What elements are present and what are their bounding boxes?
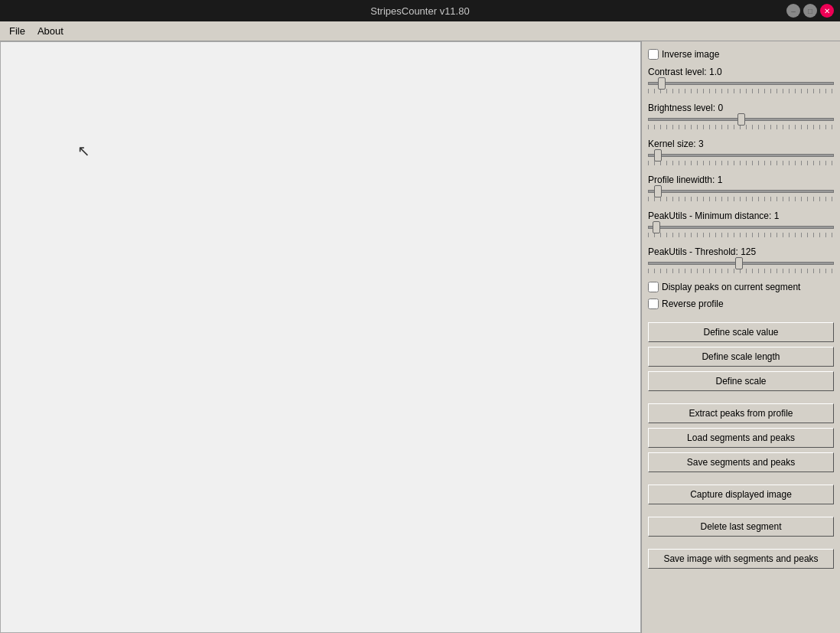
profile-linewidth-label: Profile linewidth: 1 bbox=[648, 175, 834, 185]
reverse-profile-label: Reverse profile bbox=[662, 299, 724, 309]
inverse-image-label: Inverse image bbox=[662, 49, 719, 60]
divider-5 bbox=[648, 540, 834, 545]
maximize-button[interactable]: □ bbox=[803, 4, 817, 18]
inverse-image-row: Inverse image bbox=[648, 49, 834, 60]
delete-last-segment-button[interactable]: Delete last segment bbox=[648, 517, 834, 537]
close-button[interactable]: ✕ bbox=[820, 4, 834, 18]
profile-linewidth-slider[interactable] bbox=[648, 186, 834, 197]
define-scale-length-button[interactable]: Define scale length bbox=[648, 347, 834, 367]
contrast-container: Contrast level: 1.0 bbox=[648, 64, 834, 96]
app-title: StripesCounter v11.80 bbox=[370, 5, 469, 17]
peakutils-mindist-label: PeakUtils - Minimum distance: 1 bbox=[648, 210, 834, 221]
main-layout: ↖ Inverse image Contrast level: 1.0 Brig… bbox=[0, 41, 840, 633]
profile-linewidth-container: Profile linewidth: 1 bbox=[648, 172, 834, 204]
contrast-ticks bbox=[648, 89, 834, 93]
peakutils-threshold-slider[interactable] bbox=[648, 258, 834, 269]
cursor-icon: ↖ bbox=[77, 142, 90, 160]
capture-image-button[interactable]: Capture displayed image bbox=[648, 485, 834, 504]
define-scale-value-button[interactable]: Define scale value bbox=[648, 322, 834, 342]
kernel-container: Kernel size: 3 bbox=[648, 136, 834, 168]
menu-about[interactable]: About bbox=[31, 24, 70, 38]
divider-1 bbox=[648, 314, 834, 318]
save-segments-button[interactable]: Save segments and peaks bbox=[648, 452, 834, 472]
minimize-button[interactable]: – bbox=[786, 4, 800, 18]
brightness-slider[interactable] bbox=[648, 114, 834, 125]
kernel-slider[interactable] bbox=[648, 150, 834, 161]
peakutils-threshold-container: PeakUtils - Threshold: 125 bbox=[648, 244, 834, 276]
inverse-image-checkbox[interactable] bbox=[648, 49, 659, 60]
window-controls: – □ ✕ bbox=[786, 4, 834, 18]
save-image-segments-button[interactable]: Save image with segments and peaks bbox=[648, 549, 834, 569]
kernel-ticks bbox=[648, 161, 834, 165]
define-scale-button[interactable]: Define scale bbox=[648, 371, 834, 391]
right-panel: Inverse image Contrast level: 1.0 Bright… bbox=[641, 41, 840, 633]
menu-bar: File About bbox=[0, 21, 840, 41]
divider-4 bbox=[648, 508, 834, 513]
peakutils-threshold-label: PeakUtils - Threshold: 125 bbox=[648, 246, 834, 257]
peakutils-mindist-container: PeakUtils - Minimum distance: 1 bbox=[648, 208, 834, 240]
load-segments-button[interactable]: Load segments and peaks bbox=[648, 428, 834, 448]
peakutils-mindist-ticks bbox=[648, 233, 834, 237]
contrast-label: Contrast level: 1.0 bbox=[648, 67, 834, 77]
divider-2 bbox=[648, 395, 834, 400]
title-bar: StripesCounter v11.80 – □ ✕ bbox=[0, 0, 840, 21]
profile-linewidth-ticks bbox=[648, 197, 834, 201]
display-peaks-checkbox[interactable] bbox=[648, 282, 659, 292]
reverse-profile-checkbox[interactable] bbox=[648, 299, 659, 309]
contrast-slider[interactable] bbox=[648, 78, 834, 89]
canvas-area[interactable]: ↖ bbox=[0, 41, 641, 633]
reverse-profile-row: Reverse profile bbox=[648, 299, 834, 309]
menu-file[interactable]: File bbox=[3, 24, 31, 38]
brightness-container: Brightness level: 0 bbox=[648, 100, 834, 132]
peakutils-mindist-slider[interactable] bbox=[648, 222, 834, 233]
brightness-label: Brightness level: 0 bbox=[648, 103, 834, 113]
display-peaks-label: Display peaks on current segment bbox=[662, 282, 800, 292]
kernel-label: Kernel size: 3 bbox=[648, 139, 834, 149]
extract-peaks-button[interactable]: Extract peaks from profile bbox=[648, 403, 834, 423]
divider-3 bbox=[648, 476, 834, 481]
display-peaks-row: Display peaks on current segment bbox=[648, 282, 834, 292]
